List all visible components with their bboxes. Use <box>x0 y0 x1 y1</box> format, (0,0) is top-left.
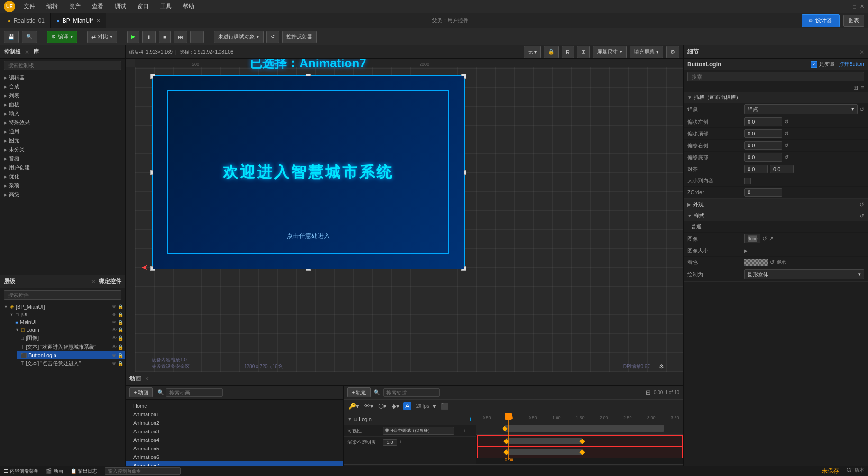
lock-btn[interactable]: 🔒 <box>544 46 559 58</box>
tree-text-welcome[interactable]: T [文本] "欢迎进入智慧城市系统" 👁 🔒 <box>17 342 125 351</box>
cat-uncategorized[interactable]: ▶未分类 <box>0 145 125 154</box>
draw-as-dropdown[interactable]: 圆形盒体 ▾ <box>744 269 864 279</box>
settings-icon[interactable]: ⚙ <box>666 46 679 58</box>
anchor-dropdown[interactable]: 锚点 ▾ <box>744 104 858 114</box>
menu-help[interactable]: 帮助 <box>180 1 197 11</box>
offset-right-input[interactable] <box>744 141 782 150</box>
appearance-header[interactable]: ▶ 外观 ↺ <box>684 199 868 210</box>
track-search-input[interactable] <box>383 388 440 397</box>
lock-icon-btn[interactable]: 🔒 <box>118 353 123 358</box>
anim-5[interactable]: Animation5 <box>126 444 343 453</box>
eye-icon[interactable]: 👁▾ <box>363 403 375 410</box>
menu-file[interactable]: 文件 <box>21 1 38 11</box>
status-animation[interactable]: 🎬 动画 <box>46 468 63 475</box>
anchor-reset[interactable]: ↺ <box>859 106 864 113</box>
anim-search-input[interactable] <box>166 388 223 397</box>
tree-image[interactable]: □ [图像] 👁 🔒 <box>17 333 125 342</box>
menu-tools[interactable]: 工具 <box>157 1 174 11</box>
appearance-reset[interactable]: ↺ <box>859 201 864 208</box>
alignment-y-input[interactable] <box>770 165 794 173</box>
play-button[interactable]: ▶ <box>127 31 139 43</box>
layers-search-input[interactable] <box>4 290 121 300</box>
menu-edit[interactable]: 编辑 <box>44 1 61 11</box>
visibility-icon-btn[interactable]: 👁 <box>112 353 117 358</box>
anim-3[interactable]: Animation3 <box>126 427 343 436</box>
status-output[interactable]: 📋 输出日志 <box>71 468 97 475</box>
right-search-input[interactable] <box>687 72 864 81</box>
menu-window[interactable]: 窗口 <box>135 1 152 11</box>
diamond-icon[interactable]: ◆▾ <box>391 403 401 410</box>
compile-button[interactable]: ⚙ 编译 ▾ <box>47 31 77 43</box>
tab-bp-mianui[interactable]: ● BP_MianUI* ✕ <box>51 13 106 28</box>
sort-icon[interactable]: ≡ <box>861 84 864 91</box>
cat-optimize[interactable]: ▶优化 <box>0 172 125 181</box>
visibility-icon-ui[interactable]: 👁 <box>112 312 117 317</box>
add-animation-btn[interactable]: + 动画 <box>129 387 153 397</box>
cat-effects[interactable]: ▶特殊效果 <box>0 118 125 127</box>
reflect-toggle[interactable]: ↺ <box>266 31 279 43</box>
menu-view[interactable]: 查看 <box>89 1 106 11</box>
grid-btn[interactable]: ⊞ <box>577 46 590 58</box>
canvas-wrapper[interactable]: 500 1000 1500 2000 <box>126 59 683 372</box>
offset-top-reset[interactable]: ↺ <box>784 130 789 137</box>
menu-debug[interactable]: 调试 <box>112 1 129 11</box>
window-controls-close[interactable]: ✕ <box>860 3 864 9</box>
fill-btn[interactable]: 填充屏幕 ▾ <box>630 46 663 58</box>
add-track-btn[interactable]: + 轨道 <box>347 387 371 397</box>
image-reset[interactable]: ↺ <box>762 235 767 242</box>
fps-down[interactable]: ▾ <box>432 403 437 410</box>
offset-top-input[interactable] <box>744 129 782 138</box>
visibility-dropdown[interactable]: 非可命中测试（仅自身） <box>383 427 454 435</box>
tree-bp-mianui[interactable]: ▼ ◈ [BP_MianUI] 👁 🔒 <box>0 303 125 311</box>
is-variable-checkbox[interactable]: ✓ <box>811 61 817 68</box>
tab-bp-close[interactable]: ✕ <box>96 18 100 23</box>
tree-mainui[interactable]: ■ MainUI 👁 🔒 <box>11 318 125 326</box>
collapse-login[interactable]: ▼ <box>347 416 352 422</box>
auto-icon[interactable]: A <box>403 402 411 410</box>
anim-1[interactable]: Animation1 <box>126 410 343 419</box>
cat-input[interactable]: ▶输入 <box>0 109 125 118</box>
key-icon[interactable]: 🔑▾ <box>347 403 360 410</box>
offset-left-reset[interactable]: ↺ <box>784 118 789 125</box>
details-close[interactable]: ✕ <box>859 49 864 55</box>
window-controls-minimize[interactable]: ─ <box>846 4 850 9</box>
offset-right-reset[interactable]: ↺ <box>784 142 789 149</box>
camera-icon[interactable]: ⬛ <box>440 403 449 410</box>
zorder-input[interactable] <box>744 188 782 197</box>
view-options[interactable]: 无 ▾ <box>524 46 541 58</box>
pause-button[interactable]: ⏸ <box>142 31 156 43</box>
anim-close[interactable]: ✕ <box>145 376 149 382</box>
step-button[interactable]: ⏭ <box>174 31 187 43</box>
offset-bottom-reset[interactable]: ↺ <box>784 154 789 161</box>
compare-button[interactable]: ⇄ 对比 ▾ <box>87 31 117 43</box>
browse-button[interactable]: 🔍 <box>22 31 37 43</box>
cat-composite[interactable]: ▶合成 <box>0 82 125 91</box>
opacity-input[interactable]: 1.0 <box>383 439 397 446</box>
settings-btn[interactable]: ⚙ <box>659 363 664 370</box>
anim-2[interactable]: Animation2 <box>126 419 343 427</box>
transform-icon[interactable]: ⬡▾ <box>377 403 388 410</box>
alignment-x-input[interactable] <box>744 165 768 173</box>
control-search-input[interactable] <box>4 61 121 70</box>
lock-icon-bp[interactable]: 🔒 <box>118 304 123 309</box>
lock-icon-img[interactable]: 🔒 <box>118 335 123 341</box>
save-button[interactable]: 💾 <box>4 31 19 43</box>
view-toggle-icon[interactable]: ⊞ <box>853 84 858 91</box>
cat-misc[interactable]: ▶杂项 <box>0 181 125 190</box>
tree-text-click[interactable]: T [文本] "点击任意处进入" 👁 🔒 <box>17 359 125 368</box>
vis-plus[interactable]: + <box>463 428 466 433</box>
tree-login[interactable]: ▼ □ Login 👁 🔒 <box>11 326 125 333</box>
image-link[interactable]: ↗ <box>769 235 774 242</box>
offset-bottom-input[interactable] <box>744 153 782 162</box>
anim-4[interactable]: Animation4 <box>126 436 343 444</box>
cat-audio[interactable]: ▶音频 <box>0 154 125 163</box>
cat-primitive[interactable]: ▶图元 <box>0 136 125 145</box>
visibility-icon-img[interactable]: 👁 <box>112 335 117 341</box>
slot-section-header[interactable]: ▼ 插槽（画布面板槽） <box>684 92 868 103</box>
add-key-btn[interactable]: + <box>469 416 472 422</box>
filter-icon[interactable]: ⊟ <box>645 389 652 396</box>
designer-button[interactable]: ✏ 设计器 <box>802 14 840 27</box>
visibility-icon-bp[interactable]: 👁 <box>112 304 117 309</box>
size-content-checkbox[interactable] <box>744 178 751 184</box>
table-button[interactable]: 图表 <box>843 15 864 27</box>
